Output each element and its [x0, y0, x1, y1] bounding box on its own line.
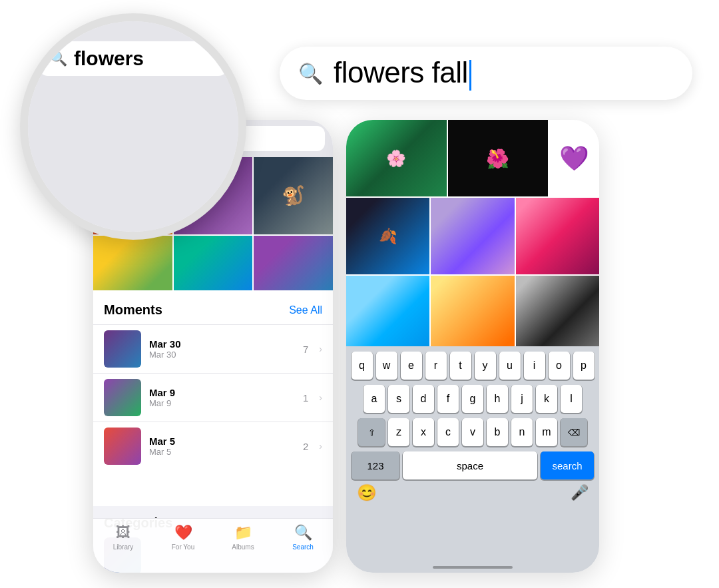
keyboard-row-1: q w e r t y u i o p — [349, 352, 597, 380]
mic-button[interactable]: 🎤 — [571, 484, 589, 501]
chevron-icon: › — [319, 344, 322, 354]
anemone-emoji: 💜 — [559, 145, 589, 172]
chevron-icon: › — [319, 441, 322, 451]
result-photo[interactable] — [346, 276, 429, 352]
result-photo[interactable] — [516, 276, 599, 352]
moments-title: Moments — [104, 302, 162, 318]
photo-cell[interactable] — [174, 236, 253, 291]
space-label: space — [457, 460, 483, 471]
moment-date: Mar 5 — [149, 436, 295, 447]
key-f[interactable]: f — [437, 385, 459, 413]
keyboard-bottom-row: 123 space search — [349, 451, 597, 479]
moment-count: 7 — [303, 344, 308, 355]
emoji-button[interactable]: 😊 — [357, 483, 377, 502]
magnifier-content: 🔍 flowers — [28, 21, 238, 232]
keyboard-rows: q w e r t y u i o p a s d f g h j k — [346, 346, 599, 479]
large-search-bar[interactable]: 🔍 flowers fall — [280, 47, 692, 100]
keyboard-emoji-row: 😊 🎤 — [346, 479, 599, 509]
key-u[interactable]: u — [499, 352, 521, 380]
magnifier-overlay: 🔍 flowers — [20, 13, 246, 240]
key-a[interactable]: a — [363, 385, 385, 413]
tab-albums[interactable]: 📁 Albums — [220, 524, 266, 551]
keyboard: q w e r t y u i o p a s d f g h j k — [346, 346, 599, 573]
moments-section: Moments See All Mar 30 Mar 30 7 › Mar 9 … — [93, 293, 333, 470]
tab-search[interactable]: 🔍 Search — [280, 524, 326, 551]
result-photo[interactable] — [431, 198, 514, 274]
tab-label: Library — [113, 543, 134, 551]
key-q[interactable]: q — [352, 352, 373, 380]
key-n[interactable]: n — [511, 418, 533, 446]
key-w[interactable]: w — [376, 352, 397, 380]
search-icon: 🔍 — [294, 524, 312, 541]
key-l[interactable]: l — [561, 385, 582, 413]
key-j[interactable]: j — [511, 385, 533, 413]
result-photo[interactable] — [346, 198, 429, 274]
key-s[interactable]: s — [388, 385, 409, 413]
key-h[interactable]: h — [487, 385, 508, 413]
result-photo[interactable] — [448, 120, 549, 196]
keyboard-row-3: ⇧ z x c v b n m ⌫ — [349, 418, 597, 446]
results-row-2 — [346, 198, 599, 274]
photo-cell[interactable] — [93, 236, 172, 291]
key-c[interactable]: c — [437, 418, 459, 446]
search-key[interactable]: search — [541, 451, 594, 479]
result-photo[interactable] — [346, 120, 447, 196]
right-phone: 💜 q w e r t y u i o — [346, 120, 599, 573]
result-photo[interactable] — [431, 276, 514, 352]
moment-date: Mar 9 — [149, 387, 295, 398]
photo-cell[interactable] — [254, 236, 333, 291]
albums-icon: 📁 — [234, 524, 252, 541]
key-k[interactable]: k — [536, 385, 557, 413]
key-p[interactable]: p — [573, 352, 595, 380]
key-z[interactable]: z — [388, 418, 409, 446]
magnifier-search-text: flowers — [74, 47, 144, 70]
large-search-icon: 🔍 — [298, 62, 323, 85]
key-y[interactable]: y — [475, 352, 496, 380]
backspace-key[interactable]: ⌫ — [561, 418, 587, 446]
result-photo[interactable] — [516, 198, 599, 274]
magnifier-search-bar: 🔍 flowers — [39, 41, 228, 76]
keyboard-row-2: a s d f g h j k l — [349, 385, 597, 413]
see-all-button[interactable]: See All — [289, 304, 322, 316]
tab-for-you[interactable]: ❤️ For You — [160, 524, 206, 551]
moment-count: 1 — [303, 392, 308, 404]
moment-thumbnail — [104, 428, 141, 465]
photo-cell[interactable]: 🐒 — [254, 157, 333, 234]
key-v[interactable]: v — [462, 418, 483, 446]
home-bar — [433, 566, 513, 569]
key-i[interactable]: i — [524, 352, 545, 380]
key-e[interactable]: e — [401, 352, 422, 380]
space-key[interactable]: space — [403, 451, 537, 479]
key-b[interactable]: b — [487, 418, 508, 446]
chevron-icon: › — [319, 392, 322, 403]
tab-library[interactable]: 🖼 Library — [100, 524, 146, 551]
key-d[interactable]: d — [413, 385, 434, 413]
key-r[interactable]: r — [425, 352, 447, 380]
key-g[interactable]: g — [462, 385, 483, 413]
moment-item-2[interactable]: Mar 9 Mar 9 1 › — [93, 373, 333, 422]
moment-date: Mar 30 — [149, 338, 295, 350]
shift-key[interactable]: ⇧ — [358, 418, 385, 446]
moment-count: 2 — [303, 441, 308, 452]
moment-date-sub: Mar 9 — [149, 398, 295, 408]
key-t[interactable]: t — [450, 352, 471, 380]
numbers-key[interactable]: 123 — [352, 451, 399, 479]
key-m[interactable]: m — [536, 418, 557, 446]
key-x[interactable]: x — [413, 418, 434, 446]
search-icon: 🔍 — [49, 50, 67, 67]
search-label: search — [552, 460, 582, 471]
num-label: 123 — [367, 460, 383, 471]
library-icon: 🖼 — [116, 524, 130, 541]
text-cursor — [469, 60, 471, 91]
moment-item-3[interactable]: Mar 5 Mar 5 2 › — [93, 422, 333, 470]
moment-thumbnail — [104, 330, 141, 368]
large-search-text: flowers fall — [334, 56, 471, 90]
moment-date-sub: Mar 30 — [149, 350, 295, 360]
key-o[interactable]: o — [549, 352, 570, 380]
result-photo[interactable]: 💜 — [549, 120, 599, 196]
for-you-icon: ❤️ — [174, 524, 192, 541]
moment-item-1[interactable]: Mar 30 Mar 30 7 › — [93, 324, 333, 373]
tab-bar: 🖼 Library ❤️ For You 📁 Albums 🔍 Search — [93, 518, 333, 573]
moment-thumbnail — [104, 379, 141, 416]
tab-label: Search — [292, 543, 314, 551]
